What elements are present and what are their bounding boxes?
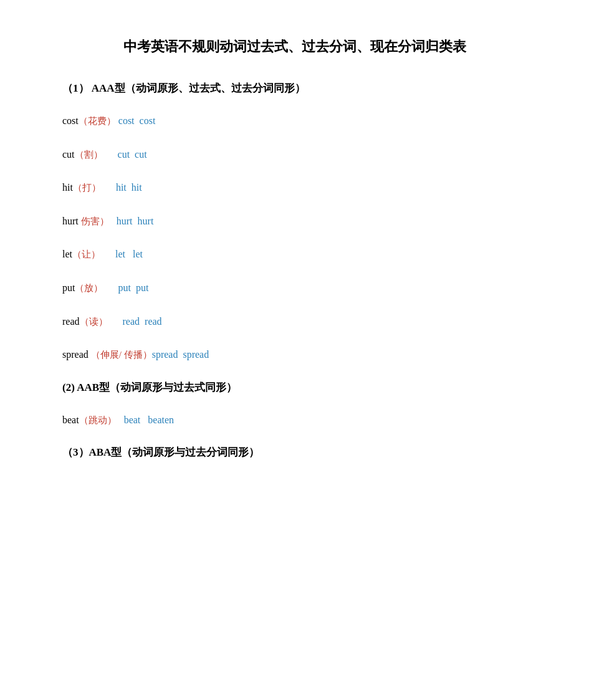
list-item: cut（割） cut cut [62,146,527,163]
word-forms: cut cut [105,149,147,160]
word-chinese: （打） [73,183,101,193]
word-chinese: （让） [72,249,100,259]
word-base: hurt [62,216,81,226]
list-item: cost（花费） cost cost [62,113,527,129]
section-ABA: （3）ABA型（动词原形与过去分词同形） [62,445,527,459]
word-chinese: 伤害） [81,216,109,226]
section-AAA-header: （1） AAA型（动词原形、过去式、过去分词同形） [62,81,527,95]
word-forms: put put [105,282,148,293]
word-base: cut [62,149,75,160]
word-forms: hit hit [103,182,142,193]
page-title: 中考英语不规则动词过去式、过去分词、现在分词归类表 [62,37,527,56]
word-base: read [62,316,80,327]
word-forms: read read [110,316,162,327]
word-forms: beat beaten [119,415,174,425]
word-base: cost [62,115,79,126]
word-forms: let let [103,249,143,259]
word-base: beat [62,415,79,425]
word-chinese: （花费） [79,116,116,126]
list-item: beat（跳动） beat beaten [62,412,527,428]
word-base: hit [62,182,73,193]
word-forms: cost cost [118,115,156,126]
word-chinese: （跳动） [79,415,117,425]
list-item: spread （伸展/ 传播）spread spread [62,347,527,363]
list-item: hurt 伤害） hurt hurt [62,213,527,229]
list-item: let（让） let let [62,246,527,262]
word-base: put [62,282,75,293]
list-item: read（读） read read [62,314,527,330]
section-ABA-header: （3）ABA型（动词原形与过去分词同形） [62,445,527,459]
list-item: put（放） put put [62,280,527,296]
section-AAB: (2) AAB型（动词原形与过去式同形） beat（跳动） beat beate… [62,380,527,428]
word-chinese: （读） [80,317,108,327]
word-chinese: （放） [75,283,103,293]
word-forms: spread spread [152,349,209,360]
word-base: spread [62,349,91,360]
section-AAB-header: (2) AAB型（动词原形与过去式同形） [62,380,527,395]
word-base: let [62,249,72,259]
word-chinese: （伸展/ 传播） [91,350,152,360]
list-item: hit（打） hit hit [62,180,527,196]
word-forms: hurt hurt [112,216,154,226]
section-AAA: （1） AAA型（动词原形、过去式、过去分词同形） cost（花费） cost … [62,81,527,363]
word-chinese: （割） [75,150,103,160]
